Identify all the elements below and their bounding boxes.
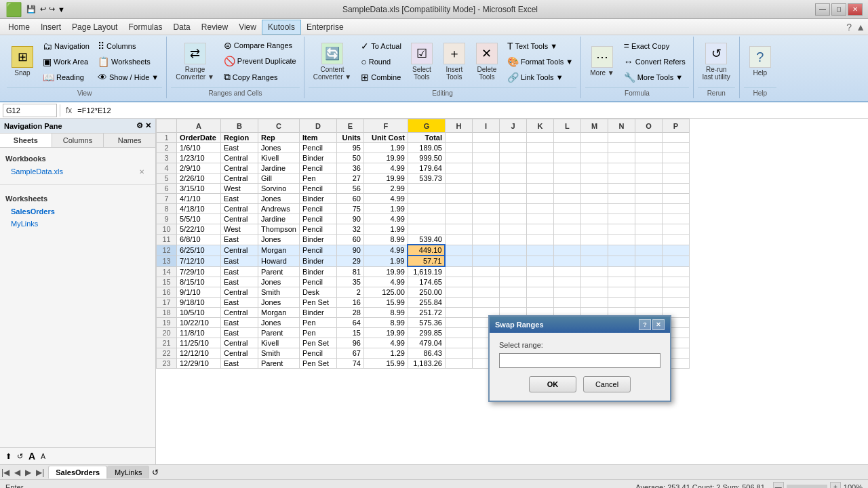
table-cell-empty[interactable] bbox=[608, 184, 635, 194]
table-cell[interactable]: 251.72 bbox=[408, 308, 445, 318]
to-actual-button[interactable]: ✓ To Actual bbox=[357, 39, 405, 54]
nav-pane-bottom-icon4[interactable]: A bbox=[41, 453, 45, 460]
menu-enterprise[interactable]: Enterprise bbox=[301, 20, 349, 34]
table-cell-empty[interactable] bbox=[553, 194, 580, 204]
table-cell[interactable]: Pen bbox=[299, 174, 336, 184]
table-cell-empty[interactable] bbox=[580, 174, 608, 184]
col-header-C[interactable]: C bbox=[258, 119, 300, 133]
sheet-tab-last[interactable]: ▶| bbox=[35, 466, 45, 479]
table-cell-empty[interactable] bbox=[526, 143, 553, 153]
table-cell-empty[interactable] bbox=[635, 224, 662, 235]
table-cell-empty[interactable] bbox=[580, 143, 608, 153]
row-header[interactable]: 13 bbox=[157, 256, 177, 266]
customize-quick-access[interactable]: ▼ bbox=[58, 5, 65, 14]
table-cell[interactable]: 2/9/10 bbox=[177, 163, 221, 174]
table-cell-empty[interactable] bbox=[553, 184, 580, 194]
table-cell[interactable]: 174.65 bbox=[408, 277, 445, 287]
sheet-tab-mylinks[interactable]: MyLinks bbox=[107, 466, 149, 479]
table-cell-empty[interactable] bbox=[608, 194, 635, 204]
table-cell-empty[interactable] bbox=[445, 163, 472, 174]
table-cell[interactable]: 4.99 bbox=[363, 338, 408, 348]
table-cell[interactable]: Central bbox=[221, 163, 258, 174]
format-tools-button[interactable]: 🎨 Format Tools ▼ bbox=[504, 54, 576, 69]
table-cell[interactable]: Andrews bbox=[258, 204, 300, 214]
table-cell[interactable]: 75 bbox=[336, 204, 363, 214]
table-cell[interactable]: Gill bbox=[258, 174, 300, 184]
snap-button[interactable]: ⊞ Snap bbox=[7, 43, 38, 80]
table-cell-empty[interactable] bbox=[526, 277, 553, 287]
col-header-L[interactable]: L bbox=[553, 119, 580, 133]
table-cell[interactable]: 29 bbox=[336, 256, 363, 266]
table-cell-empty[interactable] bbox=[472, 256, 499, 266]
table-cell[interactable]: Jones bbox=[258, 298, 300, 308]
row-header[interactable]: 16 bbox=[157, 287, 177, 298]
col-header-J[interactable]: J bbox=[499, 119, 526, 133]
table-cell-empty[interactable] bbox=[553, 174, 580, 184]
table-cell[interactable]: Parent bbox=[258, 328, 300, 338]
table-cell-empty[interactable] bbox=[580, 133, 608, 143]
compare-ranges-button[interactable]: ⊜ Compare Ranges bbox=[220, 38, 300, 53]
table-cell[interactable]: Jones bbox=[258, 277, 300, 287]
table-cell-empty[interactable] bbox=[635, 245, 662, 256]
menu-page-layout[interactable]: Page Layout bbox=[66, 20, 123, 34]
table-cell[interactable]: Morgan bbox=[258, 245, 300, 256]
table-cell-empty[interactable] bbox=[499, 184, 526, 194]
table-cell[interactable]: Units bbox=[336, 133, 363, 143]
rerun-button[interactable]: ↺ Re-runlast utility bbox=[698, 39, 735, 84]
table-cell-empty[interactable] bbox=[580, 153, 608, 163]
table-cell-empty[interactable] bbox=[553, 214, 580, 224]
table-cell[interactable]: Pencil bbox=[299, 184, 336, 194]
nav-tab-columns[interactable]: Columns bbox=[52, 134, 104, 147]
table-cell-empty[interactable] bbox=[580, 277, 608, 287]
table-cell[interactable]: 255.84 bbox=[408, 298, 445, 308]
row-header[interactable]: 14 bbox=[157, 266, 177, 277]
table-cell-empty[interactable] bbox=[499, 204, 526, 214]
table-cell-empty[interactable] bbox=[526, 245, 553, 256]
table-cell-empty[interactable] bbox=[662, 287, 689, 298]
table-cell-empty[interactable] bbox=[608, 256, 635, 266]
spreadsheet-scroll[interactable]: A B C D E F G H I J K L M N O bbox=[156, 119, 868, 464]
table-cell[interactable]: Jardine bbox=[258, 214, 300, 224]
help-icon[interactable]: ? bbox=[846, 22, 852, 33]
table-cell-empty[interactable] bbox=[662, 143, 689, 153]
table-cell[interactable]: Jones bbox=[258, 194, 300, 204]
table-cell-empty[interactable] bbox=[445, 266, 472, 277]
table-cell[interactable]: Morgan bbox=[258, 308, 300, 318]
table-cell-empty[interactable] bbox=[635, 266, 662, 277]
nav-pane-settings-icon[interactable]: ⚙ bbox=[136, 121, 143, 130]
row-header[interactable]: 12 bbox=[157, 245, 177, 256]
table-cell[interactable]: Smith bbox=[258, 287, 300, 298]
col-header-E[interactable]: E bbox=[336, 119, 363, 133]
menu-insert[interactable]: Insert bbox=[35, 20, 66, 34]
table-cell[interactable]: Pen bbox=[299, 318, 336, 328]
help-button[interactable]: ? Help bbox=[745, 43, 776, 80]
table-cell[interactable]: Pencil bbox=[299, 214, 336, 224]
table-cell[interactable]: 299.85 bbox=[408, 328, 445, 338]
table-cell[interactable]: Rep bbox=[258, 133, 300, 143]
table-cell-empty[interactable] bbox=[472, 245, 499, 256]
table-cell[interactable]: Binder bbox=[299, 256, 336, 266]
table-cell[interactable]: East bbox=[221, 256, 258, 266]
table-cell-empty[interactable] bbox=[553, 153, 580, 163]
nav-tab-names[interactable]: Names bbox=[104, 134, 155, 147]
work-area-button[interactable]: ▣ Work Area bbox=[39, 54, 93, 69]
table-cell-empty[interactable] bbox=[662, 163, 689, 174]
table-cell[interactable]: Pen Set bbox=[299, 298, 336, 308]
col-header-B[interactable]: B bbox=[221, 119, 258, 133]
table-cell-empty[interactable] bbox=[662, 204, 689, 214]
table-cell-empty[interactable] bbox=[472, 287, 499, 298]
row-header[interactable]: 22 bbox=[157, 348, 177, 359]
table-cell[interactable]: 4.99 bbox=[363, 163, 408, 174]
zoom-slider[interactable] bbox=[787, 485, 827, 489]
table-cell-empty[interactable] bbox=[472, 214, 499, 224]
table-cell[interactable]: 95 bbox=[336, 143, 363, 153]
table-cell-empty[interactable] bbox=[608, 204, 635, 214]
table-cell-empty[interactable] bbox=[635, 204, 662, 214]
nav-pane-bottom-icon1[interactable]: ⬆ bbox=[5, 452, 12, 461]
table-cell-empty[interactable] bbox=[553, 245, 580, 256]
columns-button[interactable]: ⠿ Columns bbox=[94, 39, 162, 54]
table-cell-empty[interactable] bbox=[662, 266, 689, 277]
menu-review[interactable]: Review bbox=[196, 20, 233, 34]
table-cell[interactable]: Binder bbox=[299, 308, 336, 318]
quick-access-save[interactable]: 💾 bbox=[26, 5, 36, 14]
